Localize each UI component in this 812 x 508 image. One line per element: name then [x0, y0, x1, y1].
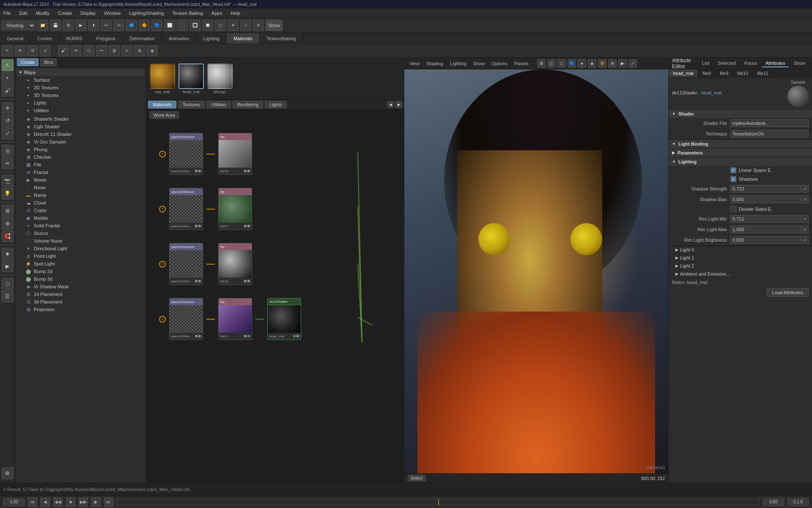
playback-prev-key[interactable]: ⏮ — [28, 497, 37, 507]
menu-lighting[interactable]: Lighting/Shading — [127, 10, 165, 17]
attr-rimlightbright-expand[interactable]: ⤢ — [802, 236, 809, 244]
menu-texturebaking[interactable]: Texture Baking — [170, 10, 205, 17]
attr-rimlightbright-input[interactable] — [730, 236, 801, 244]
load-attrs-button[interactable]: Load Attributes — [767, 288, 809, 297]
tree-item-ramp[interactable]: ▬ Ramp — [17, 191, 144, 199]
attr-tab-list[interactable]: List — [699, 60, 713, 67]
tree-item-2dtextures[interactable]: ▪ 2D Textures — [17, 84, 144, 91]
node-head-mat[interactable]: dx11Shader head_mat — [267, 298, 301, 340]
attr-section-lighting-header[interactable]: ▼ Lighting — [669, 157, 812, 166]
tree-section-header-maya[interactable]: ▼ Maya — [17, 69, 144, 76]
toolbar-btn-show[interactable]: Show — [266, 20, 283, 31]
attr-shadowbias-input[interactable] — [730, 196, 801, 203]
tool-move[interactable]: ✛ — [2, 102, 14, 114]
tree-item-phong[interactable]: ◈ Phong — [17, 146, 144, 153]
tool-magnet[interactable]: 🧲 — [2, 230, 14, 242]
tool-lasso[interactable]: ⌖ — [2, 72, 14, 84]
attr-file-tab-file11[interactable]: file11 — [753, 69, 773, 77]
tab-general[interactable]: General — [0, 33, 30, 44]
playback-next-frame[interactable]: ▶ — [91, 497, 101, 507]
node-file20[interactable]: file file20 — [218, 133, 252, 175]
playback-next-key[interactable]: ⏭ — [104, 497, 113, 507]
attr-file-tab-file9[interactable]: file9 — [716, 69, 733, 77]
icon-paint[interactable]: 🖌 — [58, 45, 69, 56]
node-tab-textures[interactable]: Textures — [178, 101, 205, 108]
tool-scale[interactable]: ⤢ — [2, 127, 14, 139]
node-tab-arrow-right[interactable]: ▶ — [395, 101, 402, 108]
attr-file-tab-headmat[interactable]: head_mat — [669, 69, 698, 77]
toolbar-btn-16[interactable]: ✦ — [228, 20, 239, 31]
node-tab-utilities[interactable]: Utilities — [206, 101, 230, 108]
icon-rotate[interactable]: ↺ — [27, 45, 38, 56]
viewport-canvas[interactable]: Verts: 5243 0 0 Edges: 10403 0 0 Faces: … — [404, 69, 668, 473]
toolbar-btn-4[interactable]: ▶ — [75, 20, 86, 31]
light-item-0[interactable]: ▶ Light 0 — [669, 246, 812, 254]
light-item-1[interactable]: ▶ Light 1 — [669, 254, 812, 262]
tree-item-file[interactable]: ▦ File — [17, 161, 144, 168]
icon-render[interactable]: ◈ — [147, 45, 158, 56]
panel-tab-create[interactable]: Create — [17, 58, 38, 66]
tab-lighting[interactable]: Lighting — [197, 33, 227, 44]
timeline-track[interactable] — [117, 499, 760, 505]
viewport-menu-shading[interactable]: Shading — [425, 60, 445, 67]
tool-rotate[interactable]: ↺ — [2, 115, 14, 127]
icon-polygon[interactable]: ⬡ — [83, 45, 94, 56]
tree-item-lights[interactable]: ▪ Lights — [17, 99, 144, 107]
tool-ipr[interactable]: ▶ — [2, 260, 14, 272]
tab-texturebaking[interactable]: TextureBaking — [260, 33, 303, 44]
node-row2-connector[interactable]: + — [159, 206, 166, 213]
attr-linearspace-checkbox[interactable] — [730, 167, 736, 173]
node-place2d-row2[interactable]: place2dTexture place2dText... — [169, 188, 203, 230]
tree-item-dx11[interactable]: ◈ DirectX 11 Shader — [17, 130, 144, 138]
node-place2d-row1[interactable]: place2dTexture place2dText... — [169, 133, 203, 175]
node-tab-materials[interactable]: Materials — [148, 101, 176, 108]
toolbar-btn-12[interactable]: ⬛ — [177, 20, 188, 31]
attr-shadowstrength-input[interactable] — [730, 185, 801, 193]
attr-tab-focus[interactable]: Focus — [741, 60, 760, 67]
start-time-input[interactable] — [3, 498, 25, 506]
node-tab-rendering[interactable]: Rendering — [233, 101, 263, 108]
tab-materials[interactable]: Materials — [227, 33, 260, 44]
toolbar-btn-1[interactable]: 📁 — [37, 20, 48, 31]
fps-input[interactable] — [763, 498, 784, 506]
tool-soft-mod[interactable]: ◎ — [2, 145, 14, 157]
toolbar-btn-8[interactable]: 🔷 — [126, 20, 137, 31]
icon-move[interactable]: ✛ — [14, 45, 25, 56]
vp-btn-6[interactable]: ◈ — [588, 59, 596, 68]
tab-deformation[interactable]: Deformation — [123, 33, 162, 44]
tree-item-3dtextures[interactable]: ▪ 3D Textures — [17, 91, 144, 99]
tree-item-stucco[interactable]: ⬡ Stucco — [17, 229, 144, 237]
node-row1-connector[interactable]: + — [159, 151, 166, 157]
icon-snap-grid[interactable]: ⊞ — [109, 45, 120, 56]
tree-item-surface[interactable]: ▪ Surface — [17, 76, 144, 84]
toolbar-btn-6[interactable]: ↩ — [101, 20, 112, 31]
tool-render-btn[interactable]: ◈ — [2, 248, 14, 260]
tree-item-projection[interactable]: ⊠ Projection — [17, 306, 144, 313]
playback-stop[interactable]: ■ — [66, 497, 75, 507]
tool-outliner[interactable]: ☰ — [2, 290, 14, 302]
tool-light[interactable]: 💡 — [2, 188, 14, 199]
mat-thumb-eye[interactable]: eye_mat — [150, 64, 175, 94]
node-file17[interactable]: file file17 — [218, 188, 252, 230]
tab-polygons[interactable]: Polygons — [90, 33, 123, 44]
tool-hypershade[interactable]: ⬡ — [2, 278, 14, 290]
node-place2d-row4[interactable]: place2dTexture place2dText... — [169, 298, 203, 340]
playback-play-back[interactable]: ◀◀ — [53, 497, 63, 507]
light-item-2[interactable]: ▶ Light 2 — [669, 262, 812, 270]
vp-btn-10[interactable]: ⤢ — [628, 59, 637, 68]
tool-sculpt-2[interactable]: ✏ — [2, 157, 14, 169]
toolbar-btn-17[interactable]: ✧ — [240, 20, 251, 31]
viewport-menu-options[interactable]: Options — [490, 60, 509, 67]
toolbar-btn-18[interactable]: ⭘ — [253, 20, 264, 31]
attr-shadowstrength-expand[interactable]: ⤢ — [802, 185, 809, 193]
node-row3-connector[interactable]: + — [159, 261, 166, 268]
attr-doublesided-checkbox[interactable] — [730, 206, 736, 212]
mat-thumb-phong1[interactable]: phong1 — [207, 64, 233, 94]
icon-select[interactable]: ↖ — [2, 45, 13, 56]
attr-section-params-header[interactable]: ▶ Parameters — [669, 149, 812, 157]
tree-item-volumenoise[interactable]: ∷ Volume Noise — [17, 237, 144, 245]
select-button[interactable]: Select — [408, 475, 425, 481]
node-row4-connector[interactable]: + — [159, 316, 166, 323]
attr-section-lightbinding-header[interactable]: ▼ Light Binding — [669, 140, 812, 148]
attr-rimlightmin-expand[interactable]: ⤢ — [802, 215, 809, 223]
